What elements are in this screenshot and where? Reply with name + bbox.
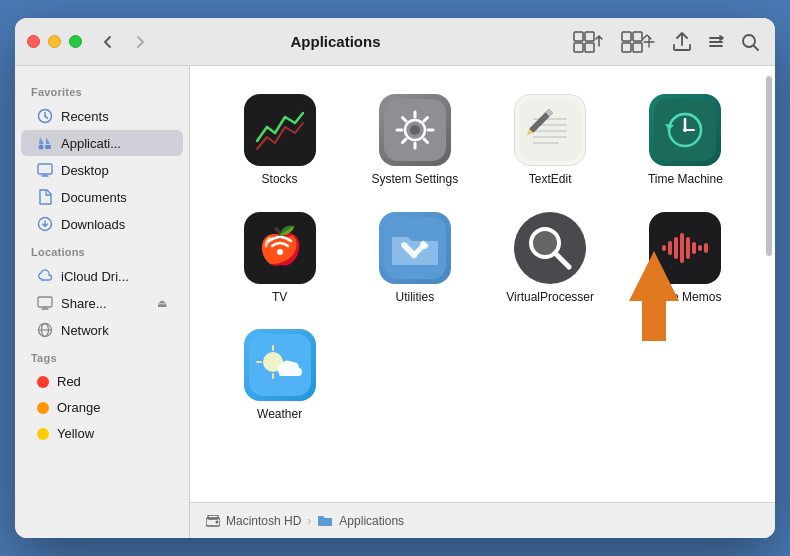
svg-rect-59 [674,237,678,259]
sidebar-item-icloud-label: iCloud Dri... [61,269,129,284]
svg-rect-61 [686,237,690,259]
maximize-button[interactable] [69,35,82,48]
app-virtualprocesser[interactable]: VirtualProcesser [485,204,616,314]
locations-label: Locations [15,238,189,262]
virtualprocesser-label: VirtualProcesser [506,290,594,306]
share-button[interactable] [669,28,695,56]
weather-label: Weather [257,407,302,423]
minimize-button[interactable] [48,35,61,48]
utilities-icon [379,212,451,284]
textedit-icon [514,94,586,166]
svg-rect-3 [585,43,594,52]
app-weather[interactable]: Weather [214,321,345,431]
svg-point-75 [216,520,219,523]
svg-rect-74 [208,515,218,519]
app-utilities[interactable]: Utilities [349,204,480,314]
sidebar-item-applications[interactable]: Applicati... [21,130,183,156]
file-grid: Stocks [190,66,775,502]
sidebar-item-icloud[interactable]: iCloud Dri... [21,263,183,289]
sidebar-item-orange-tag[interactable]: Orange [21,395,183,420]
applications-icon [37,135,53,151]
drive-icon [206,515,220,527]
titlebar-actions [569,27,763,57]
svg-rect-4 [622,32,631,41]
file-area: Stocks [190,66,775,538]
orange-tag-dot [37,402,49,414]
scrollbar-track[interactable] [765,76,773,492]
sidebar-item-network[interactable]: Network [21,317,183,343]
close-button[interactable] [27,35,40,48]
svg-rect-14 [38,297,52,307]
tv-label: TV [272,290,287,306]
svg-rect-62 [692,242,696,254]
sidebar-item-yellow-tag[interactable]: Yellow [21,421,183,446]
app-voice-memos[interactable]: Voice Memos [620,204,751,314]
shared-icon [37,295,53,311]
sidebar-item-orange-label: Orange [57,400,100,415]
search-button[interactable] [737,29,763,55]
sidebar-item-red-label: Red [57,374,81,389]
textedit-label: TextEdit [529,172,572,188]
tv-icon: 🍎 [244,212,316,284]
weather-icon [244,329,316,401]
list-view-button[interactable] [617,27,661,57]
sidebar-item-red-tag[interactable]: Red [21,369,183,394]
svg-rect-2 [574,43,583,52]
utilities-label: Utilities [396,290,435,306]
clock-icon [37,108,53,124]
desktop-icon [37,162,53,178]
svg-rect-30 [519,99,581,161]
stocks-icon [244,94,316,166]
voice-memos-label: Voice Memos [649,290,721,306]
favorites-label: Favorites [15,78,189,102]
scrollbar-thumb[interactable] [766,76,772,256]
svg-rect-7 [633,43,642,52]
eject-icon[interactable]: ⏏ [157,297,167,310]
svg-point-21 [410,125,420,135]
statusbar-drive: Macintosh HD [226,514,301,528]
svg-rect-1 [585,32,594,41]
svg-point-8 [743,35,755,47]
virtualprocesser-icon [514,212,586,284]
svg-rect-6 [622,43,631,52]
sidebar-item-yellow-label: Yellow [57,426,94,441]
sidebar-item-desktop[interactable]: Desktop [21,157,183,183]
svg-text:🍎: 🍎 [257,224,302,267]
system-settings-icon [379,94,451,166]
sidebar-item-network-label: Network [61,323,109,338]
app-time-machine[interactable]: Time Machine [620,86,751,196]
svg-rect-60 [680,233,684,263]
svg-point-43 [683,128,687,132]
sidebar-item-desktop-label: Desktop [61,163,109,178]
svg-rect-57 [662,245,666,251]
sidebar-item-documents-label: Documents [61,190,127,205]
app-system-settings[interactable]: System Settings [349,86,480,196]
time-machine-label: Time Machine [648,172,723,188]
svg-rect-10 [45,145,51,149]
more-button[interactable] [703,29,729,55]
folder-icon [317,514,333,527]
sidebar-item-recents[interactable]: Recents [21,103,183,129]
sidebar-item-documents[interactable]: Documents [21,184,183,210]
titlebar: Applications [15,18,775,66]
downloads-icon [37,216,53,232]
svg-rect-64 [704,243,708,253]
svg-rect-18 [249,99,311,161]
app-textedit[interactable]: TextEdit [485,86,616,196]
app-tv[interactable]: 🍎 TV [214,204,345,314]
documents-icon [37,189,53,205]
svg-rect-58 [668,241,672,255]
app-stocks[interactable]: Stocks [214,86,345,196]
sidebar-item-downloads[interactable]: Downloads [21,211,183,237]
sidebar-item-applications-label: Applicati... [61,136,121,151]
icon-view-button[interactable] [569,27,609,57]
window-title: Applications [102,33,569,50]
svg-rect-63 [698,245,702,251]
time-machine-icon [649,94,721,166]
yellow-tag-dot [37,428,49,440]
voice-memos-icon [649,212,721,284]
svg-point-47 [277,249,283,255]
sidebar-item-shared[interactable]: Share... ⏏ [21,290,183,316]
tags-label: Tags [15,344,189,368]
finder-window: Applications [15,18,775,538]
